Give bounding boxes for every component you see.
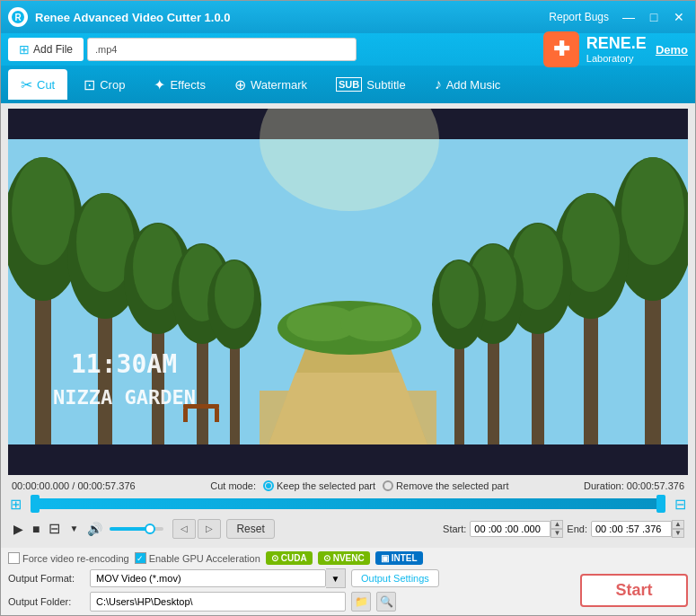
main-content: 11:30AM NIZZA GARDEN 00:00:00.000 / 00:0… — [1, 103, 695, 548]
file-path-value: .mp4 — [95, 44, 117, 55]
screenshot-button[interactable]: ⊟ — [47, 518, 62, 539]
progress-handle-left[interactable] — [31, 495, 40, 513]
start-spin-down[interactable]: ▼ — [551, 529, 563, 538]
progress-fill — [31, 498, 665, 509]
volume-button[interactable]: 🔊 — [85, 520, 104, 538]
crop-icon: ⊡ — [84, 76, 95, 93]
end-spin-up[interactable]: ▲ — [672, 520, 684, 529]
maximize-button[interactable]: □ — [645, 11, 663, 23]
enable-gpu-checkbox[interactable]: ✓ Enable GPU Acceleration — [135, 552, 260, 564]
cut-mode-label: Cut mode: — [210, 480, 256, 491]
cuda-badge: ⊙ CUDA — [266, 551, 313, 565]
play-button[interactable]: ▶ — [12, 520, 25, 538]
volume-slider[interactable] — [110, 527, 163, 531]
tab-effects[interactable]: ✦ Effects — [141, 69, 218, 100]
volume-handle[interactable] — [145, 524, 155, 534]
controls-row: ▶ ■ ⊟ ▼ 🔊 ◁ ▷ Reset Start: — [8, 515, 688, 542]
progress-track[interactable] — [31, 498, 665, 509]
format-select-value: MOV Video (*.mov) — [96, 573, 181, 584]
prev-frame-button[interactable]: ◁ — [172, 519, 196, 539]
reset-button[interactable]: Reset — [226, 519, 274, 539]
svg-point-18 — [215, 260, 254, 329]
watermark-icon: ⊕ — [234, 76, 246, 93]
search-folder-button[interactable]: 🔍 — [376, 592, 396, 612]
minimize-button[interactable]: — — [620, 11, 638, 23]
start-time-spinner[interactable]: ▲ ▼ — [551, 520, 563, 538]
app-logo: R — [8, 7, 28, 27]
current-time-display: 00:00:00.000 / 00:00:57.376 — [12, 480, 136, 491]
format-dropdown-arrow[interactable]: ▼ — [326, 568, 346, 588]
tab-subtitle[interactable]: SUB Subtitle — [323, 69, 418, 100]
end-spin-down[interactable]: ▼ — [672, 529, 684, 538]
timeline-area: 00:00:00.000 / 00:00:57.376 Cut mode: Ke… — [8, 479, 688, 542]
cut-icon: ✂ — [21, 76, 32, 93]
keep-selected-label: Keep the selected part — [277, 480, 375, 491]
title-bar-right: Report Bugs — □ ✕ — [549, 11, 688, 23]
add-file-icon: ⊞ — [19, 42, 30, 57]
start-spin-up[interactable]: ▲ — [551, 520, 563, 529]
close-button[interactable]: ✕ — [670, 11, 688, 23]
start-time-input[interactable] — [470, 521, 551, 537]
stop-button[interactable]: ■ — [31, 520, 41, 538]
tab-cut[interactable]: ✂ Cut — [8, 69, 67, 100]
start-button[interactable]: Start — [580, 574, 688, 607]
cut-mode-area: Cut mode: Keep the selected part Remove … — [210, 480, 508, 491]
remove-selected-label: Remove the selected part — [396, 480, 508, 491]
tab-watermark[interactable]: ⊕ Watermark — [222, 69, 320, 100]
renee-name: RENE.E Laboratory — [586, 35, 647, 64]
svg-rect-38 — [215, 409, 219, 422]
intel-badge: ▣ INTEL — [375, 551, 423, 565]
report-bugs-link[interactable]: Report Bugs — [549, 11, 609, 23]
toolbar-row: ⊞ Add File .mp4 ✚ RENE.E Laboratory Demo — [1, 33, 695, 66]
progress-handle-right[interactable] — [656, 495, 665, 513]
next-frame-button[interactable]: ▷ — [198, 519, 221, 539]
renee-logo: ✚ RENE.E Laboratory — [543, 31, 647, 67]
remove-radio-dot — [383, 480, 393, 491]
time-info-row: 00:00:00.000 / 00:00:57.376 Cut mode: Ke… — [8, 479, 688, 493]
svg-point-41 — [340, 305, 412, 341]
tab-addmusic-label: Add Music — [446, 78, 501, 92]
open-folder-button[interactable]: 📁 — [351, 592, 371, 612]
header-logo-area: ✚ RENE.E Laboratory Demo — [543, 31, 688, 67]
tab-addmusic[interactable]: ♪ Add Music — [422, 69, 514, 100]
tab-crop-label: Crop — [100, 78, 125, 92]
video-scene: 11:30AM NIZZA GARDEN — [8, 109, 688, 475]
expand-right-button[interactable]: ⊟ — [674, 496, 686, 513]
svg-text:NIZZA GARDEN: NIZZA GARDEN — [53, 386, 196, 409]
svg-rect-37 — [183, 409, 188, 422]
force-reencoding-checkbox[interactable]: Force video re-encoding — [8, 552, 129, 564]
renee-name-bottom: Laboratory — [586, 53, 647, 64]
format-select[interactable]: MOV Video (*.mov) — [90, 569, 326, 587]
screenshot-dropdown[interactable]: ▼ — [67, 522, 80, 535]
end-time-spinner[interactable]: ▲ ▼ — [672, 520, 684, 538]
force-reencoding-box — [8, 552, 20, 564]
expand-left-button[interactable]: ⊞ — [10, 496, 22, 513]
end-time-input[interactable] — [591, 521, 672, 537]
keep-selected-radio[interactable]: Keep the selected part — [263, 480, 375, 491]
tab-crop[interactable]: ⊡ Crop — [71, 69, 137, 100]
end-label: End: — [567, 524, 587, 534]
app-title: Renee Advanced Video Cutter 1.0.0 — [35, 11, 549, 24]
add-file-button[interactable]: ⊞ Add File — [8, 38, 84, 61]
output-folder-input[interactable] — [90, 592, 346, 612]
progress-bar-container: ⊞ ⊟ — [8, 495, 688, 513]
svg-point-33 — [439, 260, 479, 329]
svg-text:R: R — [14, 13, 22, 22]
svg-text:11:30AM: 11:30AM — [71, 349, 177, 379]
format-select-group: MOV Video (*.mov) ▼ — [90, 568, 346, 588]
main-window: R Renee Advanced Video Cutter 1.0.0 Repo… — [0, 0, 696, 616]
demo-button[interactable]: Demo — [656, 43, 688, 57]
nav-tabs: ✂ Cut ⊡ Crop ✦ Effects ⊕ Watermark SUB S… — [1, 66, 695, 103]
cuda-icon: ⊙ — [271, 553, 278, 563]
remove-selected-radio[interactable]: Remove the selected part — [383, 480, 508, 491]
start-time-input-group: ▲ ▼ — [470, 520, 563, 538]
subtitle-icon: SUB — [336, 77, 362, 92]
output-folder-row: Output Folder: 📁 🔍 — [8, 592, 573, 612]
output-folder-label: Output Folder: — [8, 596, 84, 607]
start-end-row: Start: ▲ ▼ End: ▲ ▼ — [443, 520, 684, 538]
music-icon: ♪ — [435, 76, 442, 92]
file-path-field: .mp4 — [87, 38, 357, 61]
output-settings-button[interactable]: Output Settings — [351, 569, 439, 587]
svg-point-21 — [621, 157, 684, 265]
force-reencoding-label: Force video re-encoding — [22, 553, 129, 564]
